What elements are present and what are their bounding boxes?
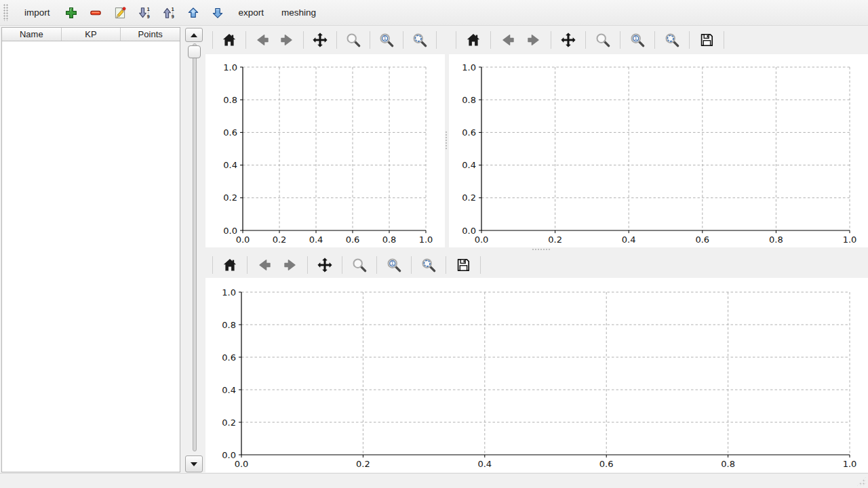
save-icon [698,32,715,48]
home-button[interactable] [465,29,482,51]
svg-text:0.4: 0.4 [477,459,492,469]
svg-text:1.0: 1.0 [462,62,476,73]
pan-button[interactable] [559,29,577,51]
edit-button[interactable] [109,2,131,24]
scrollbar-thumb[interactable] [188,45,201,58]
horizontal-splitter[interactable] [205,247,868,252]
plot-canvas-top-left[interactable]: 0.00.20.40.60.81.00.00.20.40.60.81.0 [205,54,445,247]
svg-text:0.2: 0.2 [223,192,237,203]
svg-text:1.0: 1.0 [223,62,237,73]
toolbar-separator [247,256,248,274]
save-button[interactable] [454,254,472,276]
toolbar-separator [456,31,456,49]
svg-text:1.0: 1.0 [843,459,857,469]
zoom-one-button[interactable]: 1 [385,254,403,276]
forward-arrow-icon [279,32,295,48]
resize-grip-icon[interactable] [856,476,866,486]
toolbar-separator [490,31,491,49]
svg-text:0.6: 0.6 [599,459,614,469]
zoom-one-to-one-icon: 1 [629,32,646,48]
scroll-up-button[interactable] [185,28,203,42]
toolbar-separator [212,256,213,274]
plus-icon [64,6,78,20]
svg-text:1: 1 [634,35,637,41]
column-header-points[interactable]: Points [121,28,180,41]
toolbar-separator [370,31,370,49]
toolbar-separator [411,256,412,274]
home-button[interactable] [221,254,239,276]
edit-icon [113,6,127,20]
zoom-selection-icon [664,32,680,48]
svg-text:0.6: 0.6 [695,235,709,245]
sort-ascending-button[interactable]: 19 [158,2,180,24]
toolbar-separator [436,31,437,49]
svg-text:0.4: 0.4 [622,235,636,245]
zoom-icon [351,257,368,273]
svg-text:0.2: 0.2 [273,235,287,245]
table-body[interactable] [2,41,180,472]
zoom-sel-button[interactable] [663,29,681,51]
plot-canvas-top-right[interactable]: 0.00.20.40.60.81.00.00.20.40.60.81.0 [449,54,868,247]
move-down-button[interactable] [207,2,229,24]
toolbar-separator [212,31,213,49]
forward-button[interactable] [281,254,299,276]
scrollbar-track[interactable] [193,43,197,451]
add-button[interactable] [60,2,82,24]
zoom-selection-icon [412,32,428,48]
toolbar-separator [654,31,655,49]
zoom-one-to-one-icon: 1 [386,257,402,273]
vertical-splitter[interactable] [445,26,449,247]
pan-icon [560,32,576,48]
plot-canvas-bottom[interactable]: 0.00.20.40.60.81.00.00.20.40.60.81.0 [205,278,868,472]
forward-arrow-icon [282,257,298,273]
svg-text:0.0: 0.0 [236,235,250,245]
sort-ascending-icon: 19 [162,6,176,20]
pan-button[interactable] [312,29,328,51]
forward-button[interactable] [525,29,542,51]
arrow-up-icon [186,6,200,20]
zoom-one-button[interactable]: 1 [378,29,395,51]
back-arrow-icon [254,32,271,48]
zoom-sel-button[interactable] [420,254,437,276]
svg-text:1: 1 [383,35,387,41]
save-button[interactable] [698,29,715,51]
splitter-grip-icon [532,249,551,251]
application-window: import1919exportmeshing Name KP Points 1… [0,0,868,488]
svg-text:0.8: 0.8 [222,320,236,330]
zoom-button[interactable] [345,29,361,51]
zoom-sel-button[interactable] [412,29,428,51]
meshing-button[interactable]: meshing [274,3,323,22]
svg-text:0.2: 0.2 [548,235,562,245]
home-button[interactable] [221,29,237,51]
forward-button[interactable] [279,29,295,51]
forward-arrow-icon [526,32,542,48]
svg-text:0.4: 0.4 [222,385,236,395]
triangle-down-icon [191,462,197,466]
zoom-button[interactable] [594,29,612,51]
remove-button[interactable] [85,2,106,24]
svg-text:9: 9 [146,14,149,19]
arrow-down-icon [211,6,224,20]
scroll-down-button[interactable] [185,455,203,472]
back-button[interactable] [499,29,517,51]
back-button[interactable] [254,29,271,51]
zoom-button[interactable] [351,254,368,276]
toolbar-drag-handle[interactable] [3,4,9,21]
plot-toolbar-top-left: 1 [205,26,445,54]
toolbar-separator [303,31,304,49]
svg-text:1: 1 [146,7,149,12]
move-up-button[interactable] [182,2,204,24]
pan-button[interactable] [316,254,334,276]
toolbar-separator [245,31,246,49]
svg-text:0.0: 0.0 [475,235,489,245]
export-button[interactable]: export [231,3,272,22]
back-button[interactable] [256,254,273,276]
svg-text:0.4: 0.4 [223,160,237,170]
zoom-one-button[interactable]: 1 [629,29,646,51]
column-header-kp[interactable]: KP [62,28,121,41]
column-header-name[interactable]: Name [2,28,62,41]
home-icon [465,32,481,48]
sort-descending-button[interactable]: 19 [134,2,155,24]
import-button[interactable]: import [17,3,58,22]
svg-text:1.0: 1.0 [843,235,857,245]
